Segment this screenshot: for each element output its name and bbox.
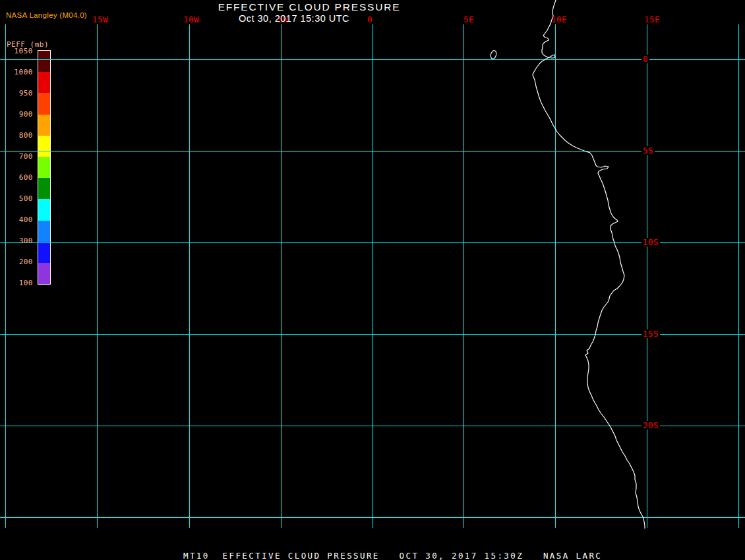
timestamp-subtitle: Oct 30, 2017 15:30 UTC <box>239 13 349 24</box>
lon-label-10E: 10E <box>551 16 567 24</box>
colorbar-tick-900: 900 <box>4 110 33 119</box>
lat-label-0: 0 <box>641 55 649 63</box>
lat-label-10S: 10S <box>641 238 660 246</box>
lon-label-15W: 15W <box>92 16 108 24</box>
latlon-grid <box>0 24 745 528</box>
lon-label-10W: 10W <box>183 16 199 24</box>
lon-label-15E: 15E <box>644 16 660 24</box>
lat-label-20S: 20S <box>641 421 660 430</box>
lat-label-15S: 15S <box>641 329 660 338</box>
colorbar-tick-400: 400 <box>4 215 33 225</box>
lon-label-0: 0 <box>367 16 372 24</box>
colorbar-tick-600: 600 <box>4 173 33 182</box>
colorbar-tick-100: 100 <box>4 279 33 288</box>
colorbar-tick-700: 700 <box>4 152 33 161</box>
island-sao-tome <box>490 50 497 60</box>
colorbar-tick-950: 950 <box>4 89 33 98</box>
lon-label-5E: 5E <box>463 16 474 24</box>
colorbar-tick-200: 200 <box>4 258 33 267</box>
colorbar-tick-800: 800 <box>4 131 33 140</box>
page-title: EFFECTIVE CLOUD PRESSURE <box>218 1 401 13</box>
colorbar-tick-1000: 1000 <box>4 68 33 77</box>
lat-label-5S: 5S <box>641 146 655 155</box>
footer-caption: MT10 EFFECTIVE CLOUD PRESSURE OCT 30, 20… <box>183 551 602 560</box>
credit-label: NASA Langley (M04.0) <box>6 11 87 19</box>
colorbar-tick-300: 300 <box>4 237 33 246</box>
colorbar-tick-500: 500 <box>4 194 33 204</box>
effective-cloud-pressure-plot: NASA Langley (M04.0) EFFECTIVE CLOUD PRE… <box>0 0 745 560</box>
colorbar-tick-1050: 1050 <box>4 47 33 56</box>
map-canvas <box>0 0 745 560</box>
coastline-path <box>533 0 645 528</box>
